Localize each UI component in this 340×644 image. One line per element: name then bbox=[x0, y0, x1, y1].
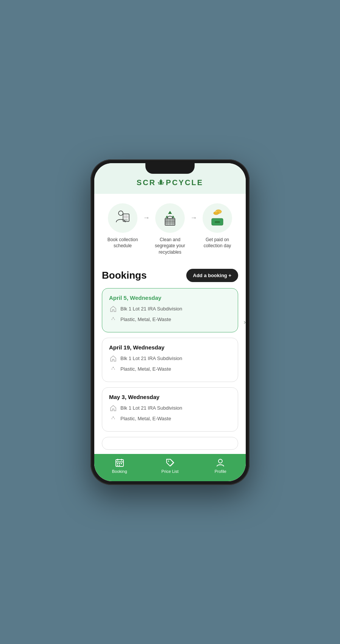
logo-recycle-icon bbox=[157, 178, 165, 187]
tag-icon bbox=[165, 458, 175, 468]
home-icon-3 bbox=[109, 404, 117, 412]
nav-profile[interactable]: Profile bbox=[195, 458, 246, 474]
logo-text-part1: SCR bbox=[137, 178, 156, 187]
materials-text-2: Plastic, Metal, E-Waste bbox=[120, 366, 171, 372]
bookings-section: Bookings Add a booking + April 5, Wednes… bbox=[94, 263, 246, 454]
nav-price-list-label: Price List bbox=[161, 469, 178, 474]
address-text-1: Blk 1 Lot 21 IRA Subdivision bbox=[120, 306, 182, 312]
recycle-icon-2 bbox=[109, 365, 117, 373]
home-icon-1 bbox=[109, 305, 117, 313]
booking-card-2[interactable]: April 19, Wednesday Blk 1 Lot 21 IRA Sub… bbox=[102, 338, 238, 382]
nav-profile-label: Profile bbox=[215, 469, 226, 474]
svg-rect-27 bbox=[117, 463, 118, 464]
booking-materials-3: Plastic, Metal, E-Waste bbox=[109, 415, 231, 423]
arrow-1: → bbox=[143, 214, 150, 222]
nav-booking-label: Booking bbox=[112, 469, 127, 474]
recycle-basket-icon bbox=[160, 208, 180, 228]
logo-text-part2: PCYCLE bbox=[166, 178, 203, 187]
bottom-navigation: Booking Price List bbox=[94, 454, 246, 481]
svg-point-33 bbox=[218, 459, 222, 463]
booking-card-partial bbox=[102, 437, 238, 450]
booking-card-3[interactable]: May 3, Wednesday Blk 1 Lot 21 IRA Subdiv… bbox=[102, 387, 238, 432]
step-3-item: Get paid on collection day bbox=[200, 203, 236, 249]
bookings-title: Bookings bbox=[102, 270, 147, 281]
main-scroll-area: Book collection schedule → bbox=[94, 194, 246, 454]
step-3-label: Get paid on collection day bbox=[200, 237, 236, 249]
nav-price-list[interactable]: Price List bbox=[145, 458, 195, 474]
money-box-icon bbox=[207, 208, 228, 228]
person-icon bbox=[215, 458, 225, 468]
recycle-icon-3 bbox=[109, 415, 117, 423]
phone-frame: SCR PCYCLE bbox=[90, 159, 250, 485]
svg-rect-31 bbox=[119, 465, 120, 466]
booking-date-3: May 3, Wednesday bbox=[109, 394, 231, 400]
step-2-circle bbox=[155, 203, 185, 233]
phone-screen: SCR PCYCLE bbox=[94, 163, 246, 481]
step-1-circle bbox=[108, 203, 137, 233]
app-logo: SCR PCYCLE bbox=[102, 178, 238, 187]
booking-address-1: Blk 1 Lot 21 IRA Subdivision bbox=[109, 305, 231, 313]
svg-rect-21 bbox=[215, 221, 220, 223]
step-2-label: Clean and segregate your recyclables bbox=[152, 237, 188, 256]
materials-text-1: Plastic, Metal, E-Waste bbox=[120, 317, 171, 322]
step-1-label: Book collection schedule bbox=[105, 237, 141, 249]
booking-card-1[interactable]: April 5, Wednesday Blk 1 Lot 21 IRA Subd… bbox=[102, 288, 238, 332]
booking-date-1: April 5, Wednesday bbox=[109, 295, 231, 301]
svg-rect-29 bbox=[121, 463, 122, 464]
svg-rect-2 bbox=[124, 215, 128, 219]
recycle-icon-1 bbox=[109, 315, 117, 324]
svg-rect-30 bbox=[117, 465, 118, 466]
chevron-icon-3: › bbox=[244, 319, 246, 326]
materials-text-3: Plastic, Metal, E-Waste bbox=[120, 416, 171, 421]
nav-booking[interactable]: Booking bbox=[94, 458, 145, 474]
person-booking-icon bbox=[112, 208, 133, 228]
svg-point-0 bbox=[119, 211, 123, 215]
step-2-item: Clean and segregate your recyclables bbox=[152, 203, 188, 256]
address-text-2: Blk 1 Lot 21 IRA Subdivision bbox=[120, 356, 182, 361]
arrow-2: → bbox=[190, 214, 197, 222]
svg-point-22 bbox=[215, 211, 217, 212]
home-icon-2 bbox=[109, 354, 117, 363]
calendar-icon bbox=[115, 458, 125, 468]
booking-address-2: Blk 1 Lot 21 IRA Subdivision bbox=[109, 354, 231, 363]
booking-address-3: Blk 1 Lot 21 IRA Subdivision bbox=[109, 404, 231, 412]
svg-rect-8 bbox=[165, 218, 175, 225]
booking-materials-1: Plastic, Metal, E-Waste bbox=[109, 315, 231, 324]
steps-section: Book collection schedule → bbox=[94, 194, 246, 263]
booking-materials-2: Plastic, Metal, E-Waste bbox=[109, 365, 231, 373]
add-booking-button[interactable]: Add a booking + bbox=[186, 269, 238, 282]
svg-point-32 bbox=[168, 460, 169, 462]
step-1-item: Book collection schedule bbox=[105, 203, 141, 249]
bookings-header: Bookings Add a booking + bbox=[102, 269, 238, 282]
phone-notch bbox=[145, 163, 195, 174]
booking-date-2: April 19, Wednesday bbox=[109, 344, 231, 351]
svg-rect-28 bbox=[119, 463, 120, 464]
step-3-circle bbox=[203, 203, 232, 233]
address-text-3: Blk 1 Lot 21 IRA Subdivision bbox=[120, 405, 182, 411]
